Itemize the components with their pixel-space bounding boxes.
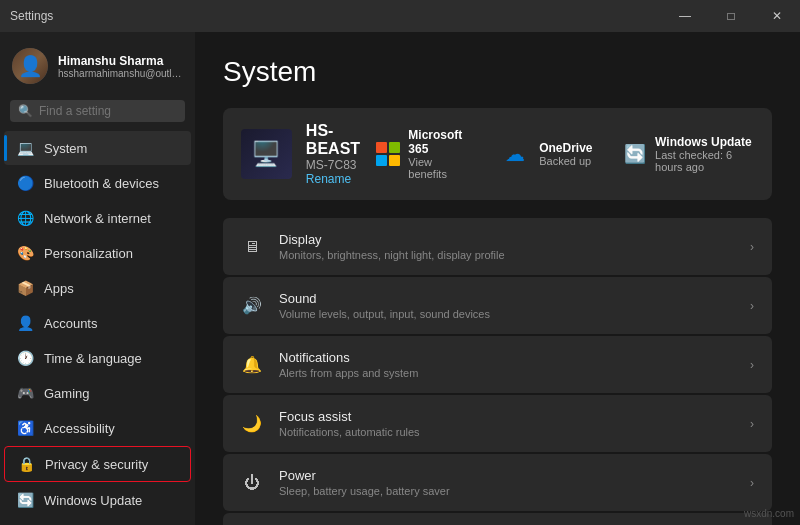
accessibility-nav-icon: ♿ bbox=[16, 419, 34, 437]
focus-icon: 🌙 bbox=[241, 413, 263, 435]
display-text: DisplayMonitors, brightness, night light… bbox=[279, 232, 734, 261]
user-email: hssharmahimanshu@outlook.com bbox=[58, 68, 183, 79]
service-onedrive[interactable]: ☁ OneDrive Backed up bbox=[499, 128, 592, 180]
system-nav-label: System bbox=[44, 141, 87, 156]
settings-item-focus[interactable]: 🌙Focus assistNotifications, automatic ru… bbox=[223, 395, 772, 452]
winupdate-label: Windows Update bbox=[655, 135, 754, 149]
windowsupdate-nav-icon: 🔄 bbox=[16, 491, 34, 509]
focus-text: Focus assistNotifications, automatic rul… bbox=[279, 409, 734, 438]
ms365-icon bbox=[375, 138, 400, 170]
notifications-text: NotificationsAlerts from apps and system bbox=[279, 350, 734, 379]
page-title: System bbox=[223, 56, 772, 88]
sidebar-item-accessibility[interactable]: ♿Accessibility bbox=[4, 411, 191, 445]
sidebar-item-time[interactable]: 🕐Time & language bbox=[4, 341, 191, 375]
display-icon: 🖥 bbox=[241, 236, 263, 258]
display-chevron-icon: › bbox=[750, 240, 754, 254]
sidebar-item-privacy[interactable]: 🔒Privacy & security bbox=[4, 446, 191, 482]
device-services: Microsoft 365 View benefits ☁ OneDrive B… bbox=[375, 128, 754, 180]
privacy-nav-label: Privacy & security bbox=[45, 457, 148, 472]
sidebar-item-gaming[interactable]: 🎮Gaming bbox=[4, 376, 191, 410]
display-title: Display bbox=[279, 232, 734, 247]
power-chevron-icon: › bbox=[750, 476, 754, 490]
service-winupdate[interactable]: 🔄 Windows Update Last checked: 6 hours a… bbox=[623, 128, 754, 180]
sidebar-item-personalization[interactable]: 🎨Personalization bbox=[4, 236, 191, 270]
ms365-sublabel: View benefits bbox=[408, 156, 469, 180]
apps-nav-icon: 📦 bbox=[16, 279, 34, 297]
sidebar-item-system[interactable]: 💻System bbox=[4, 131, 191, 165]
device-details: HS-BEAST MS-7C83 Rename bbox=[306, 122, 375, 186]
sidebar: Himanshu Sharma hssharmahimanshu@outlook… bbox=[0, 32, 195, 525]
apps-nav-label: Apps bbox=[44, 281, 74, 296]
settings-item-storage[interactable]: 💾StorageStorage space, drives, configura… bbox=[223, 513, 772, 525]
nav-items: 💻System🔵Bluetooth & devices🌐Network & in… bbox=[0, 130, 195, 518]
accounts-nav-label: Accounts bbox=[44, 316, 97, 331]
watermark: wsxdn.com bbox=[744, 508, 794, 519]
winupdate-icon: 🔄 bbox=[623, 138, 648, 170]
bluetooth-nav-label: Bluetooth & devices bbox=[44, 176, 159, 191]
device-info: 🖥️ HS-BEAST MS-7C83 Rename bbox=[241, 122, 375, 186]
ms365-label: Microsoft 365 bbox=[408, 128, 469, 156]
settings-item-sound[interactable]: 🔊SoundVolume levels, output, input, soun… bbox=[223, 277, 772, 334]
sidebar-item-accounts[interactable]: 👤Accounts bbox=[4, 306, 191, 340]
onedrive-sublabel: Backed up bbox=[539, 155, 592, 167]
user-name: Himanshu Sharma bbox=[58, 54, 183, 68]
sound-icon: 🔊 bbox=[241, 295, 263, 317]
avatar-image bbox=[12, 48, 48, 84]
system-nav-icon: 💻 bbox=[16, 139, 34, 157]
power-title: Power bbox=[279, 468, 734, 483]
sound-title: Sound bbox=[279, 291, 734, 306]
content-area: System 🖥️ HS-BEAST MS-7C83 Rename bbox=[195, 32, 800, 525]
notifications-chevron-icon: › bbox=[750, 358, 754, 372]
ms365-info: Microsoft 365 View benefits bbox=[408, 128, 469, 180]
titlebar: Settings — □ ✕ bbox=[0, 0, 800, 32]
device-rename-link[interactable]: Rename bbox=[306, 172, 375, 186]
settings-item-power[interactable]: ⏻PowerSleep, battery usage, battery save… bbox=[223, 454, 772, 511]
winupdate-sublabel: Last checked: 6 hours ago bbox=[655, 149, 754, 173]
minimize-button[interactable]: — bbox=[662, 0, 708, 32]
settings-list: 🖥DisplayMonitors, brightness, night ligh… bbox=[223, 218, 772, 525]
device-model: MS-7C83 bbox=[306, 158, 375, 172]
sound-chevron-icon: › bbox=[750, 299, 754, 313]
display-subtitle: Monitors, brightness, night light, displ… bbox=[279, 249, 734, 261]
accessibility-nav-label: Accessibility bbox=[44, 421, 115, 436]
time-nav-label: Time & language bbox=[44, 351, 142, 366]
windowsupdate-nav-label: Windows Update bbox=[44, 493, 142, 508]
titlebar-title: Settings bbox=[10, 9, 53, 23]
sidebar-item-apps[interactable]: 📦Apps bbox=[4, 271, 191, 305]
power-subtitle: Sleep, battery usage, battery saver bbox=[279, 485, 734, 497]
device-image: 🖥️ bbox=[241, 129, 292, 179]
settings-item-display[interactable]: 🖥DisplayMonitors, brightness, night ligh… bbox=[223, 218, 772, 275]
power-text: PowerSleep, battery usage, battery saver bbox=[279, 468, 734, 497]
gaming-nav-icon: 🎮 bbox=[16, 384, 34, 402]
accounts-nav-icon: 👤 bbox=[16, 314, 34, 332]
device-name: HS-BEAST bbox=[306, 122, 375, 158]
sidebar-item-bluetooth[interactable]: 🔵Bluetooth & devices bbox=[4, 166, 191, 200]
maximize-button[interactable]: □ bbox=[708, 0, 754, 32]
device-banner: 🖥️ HS-BEAST MS-7C83 Rename bbox=[223, 108, 772, 200]
notifications-title: Notifications bbox=[279, 350, 734, 365]
network-nav-label: Network & internet bbox=[44, 211, 151, 226]
sidebar-item-windowsupdate[interactable]: 🔄Windows Update bbox=[4, 483, 191, 517]
main-layout: Himanshu Sharma hssharmahimanshu@outlook… bbox=[0, 32, 800, 525]
search-box[interactable]: 🔍 bbox=[10, 100, 185, 122]
sound-subtitle: Volume levels, output, input, sound devi… bbox=[279, 308, 734, 320]
search-input[interactable] bbox=[39, 104, 189, 118]
gaming-nav-label: Gaming bbox=[44, 386, 90, 401]
settings-item-notifications[interactable]: 🔔NotificationsAlerts from apps and syste… bbox=[223, 336, 772, 393]
focus-title: Focus assist bbox=[279, 409, 734, 424]
search-icon: 🔍 bbox=[18, 104, 33, 118]
user-info: Himanshu Sharma hssharmahimanshu@outlook… bbox=[58, 54, 183, 79]
sidebar-item-network[interactable]: 🌐Network & internet bbox=[4, 201, 191, 235]
power-icon: ⏻ bbox=[241, 472, 263, 494]
user-profile[interactable]: Himanshu Sharma hssharmahimanshu@outlook… bbox=[0, 32, 195, 96]
notifications-icon: 🔔 bbox=[241, 354, 263, 376]
focus-subtitle: Notifications, automatic rules bbox=[279, 426, 734, 438]
network-nav-icon: 🌐 bbox=[16, 209, 34, 227]
avatar bbox=[12, 48, 48, 84]
onedrive-icon: ☁ bbox=[499, 138, 531, 170]
personalization-nav-label: Personalization bbox=[44, 246, 133, 261]
focus-chevron-icon: › bbox=[750, 417, 754, 431]
close-button[interactable]: ✕ bbox=[754, 0, 800, 32]
sound-text: SoundVolume levels, output, input, sound… bbox=[279, 291, 734, 320]
service-ms365[interactable]: Microsoft 365 View benefits bbox=[375, 128, 469, 180]
